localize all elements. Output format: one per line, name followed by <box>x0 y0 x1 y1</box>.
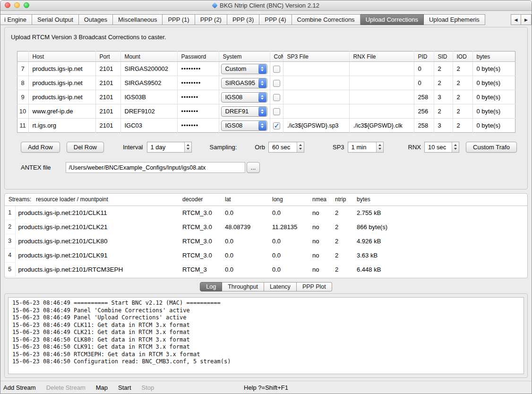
tab-log[interactable]: Log <box>200 282 222 291</box>
system-select[interactable]: IGS08 <box>221 92 267 103</box>
sid-cell[interactable]: 3 <box>434 90 453 104</box>
tab-outages[interactable]: Outages <box>79 14 113 25</box>
sp3-file-cell[interactable] <box>283 76 349 90</box>
tab-scroll-left-icon[interactable]: ◀ <box>511 14 521 25</box>
sp3-file-cell[interactable] <box>283 104 349 119</box>
tab-ppp-2[interactable]: PPP (2) <box>195 14 227 25</box>
tab-ppp-1[interactable]: PPP (1) <box>163 14 195 25</box>
sid-cell[interactable]: 2 <box>434 104 453 119</box>
add-row-button[interactable]: Add Row <box>21 142 60 153</box>
tab-latency[interactable]: Latency <box>264 282 297 291</box>
stream-row[interactable]: 5 products.igs-ip.net:2101/RTCM3EPH RTCM… <box>5 262 527 276</box>
custom-trafo-button[interactable]: Custom Trafo <box>466 142 517 153</box>
system-select[interactable]: DREF91 <box>221 106 267 117</box>
mount-cell[interactable]: IGS03B <box>120 90 177 104</box>
sp3-file-cell[interactable]: ./ic3${GPSWD}.sp3 <box>283 119 349 133</box>
tab-ppp-3[interactable]: PPP (3) <box>227 14 259 25</box>
password-cell[interactable]: ••••••• <box>177 104 219 119</box>
close-window-button[interactable] <box>5 2 10 8</box>
row-header[interactable]: 11 <box>17 119 28 133</box>
tab-serial-output[interactable]: Serial Output <box>32 14 79 25</box>
rnx-sampling-spinner[interactable]: 10 sec <box>424 142 459 153</box>
row-header[interactable]: 7 <box>17 62 28 76</box>
port-cell[interactable]: 2101 <box>95 104 120 119</box>
host-cell[interactable]: products.igs-ip.net <box>28 76 95 90</box>
antex-browse-button[interactable]: ... <box>247 162 260 173</box>
port-cell[interactable]: 2101 <box>95 90 120 104</box>
interval-select[interactable]: 1 day <box>147 142 192 153</box>
stop-button[interactable]: Stop <box>142 384 154 391</box>
iod-cell[interactable]: 2 <box>453 62 472 76</box>
system-select[interactable]: Custom <box>221 64 267 74</box>
sid-cell[interactable]: 2 <box>434 76 453 90</box>
com-checkbox[interactable] <box>273 94 280 101</box>
iod-cell[interactable]: 2 <box>453 119 472 133</box>
port-cell[interactable]: 2101 <box>95 62 120 76</box>
tab-upload-corrections[interactable]: Upload Corrections <box>360 14 424 25</box>
row-header[interactable]: 10 <box>17 104 28 119</box>
tab-combine-corrections[interactable]: Combine Corrections <box>292 14 360 25</box>
antex-file-input[interactable] <box>66 162 245 173</box>
iod-cell[interactable]: 2 <box>453 90 472 104</box>
add-stream-button[interactable]: Add Stream <box>3 384 36 391</box>
com-checkbox[interactable] <box>273 80 280 87</box>
delete-stream-button[interactable]: Delete Stream <box>46 384 86 391</box>
pid-cell[interactable]: 0 <box>414 76 434 90</box>
tab-ppp-4[interactable]: PPP (4) <box>259 14 292 25</box>
password-cell[interactable]: •••••••• <box>177 62 219 76</box>
password-cell[interactable]: •••••••• <box>177 76 219 90</box>
tab-miscellaneous[interactable]: Miscellaneous <box>113 14 163 25</box>
stream-row[interactable]: 2 products.igs-ip.net:2101/CLK21 RTCM_3.… <box>5 220 527 234</box>
pid-cell[interactable]: 256 <box>414 104 434 119</box>
tab-upload-ephemeris[interactable]: Upload Ephemeris <box>424 14 485 25</box>
log-output[interactable]: 15-06-23 08:46:49 ========== Start BNC v… <box>8 297 524 374</box>
orb-sampling-spinner[interactable]: 60 sec <box>268 142 304 153</box>
iod-cell[interactable]: 2 <box>453 76 472 90</box>
sp3-sampling-spinner[interactable]: 1 min <box>348 142 384 153</box>
pid-cell[interactable]: 258 <box>414 119 434 133</box>
iod-cell[interactable]: 2 <box>453 104 472 119</box>
rnx-file-cell[interactable] <box>349 104 414 119</box>
titlebar[interactable]: BKG Ntrip Client (BNC) Version 2.12 <box>0 0 532 11</box>
tab-scroll-right-icon[interactable]: ▶ <box>521 14 532 25</box>
mount-cell[interactable]: SIRGAS9502 <box>120 76 177 90</box>
tab-i-engine[interactable]: i Engine <box>0 14 32 25</box>
stream-row[interactable]: 3 products.igs-ip.net:2101/CLK80 RTCM_3.… <box>5 234 527 248</box>
rnx-file-cell[interactable] <box>349 76 414 90</box>
zoom-window-button[interactable] <box>24 2 29 8</box>
sp3-file-cell[interactable] <box>283 62 349 76</box>
start-button[interactable]: Start <box>118 384 131 391</box>
row-header[interactable]: 9 <box>17 90 28 104</box>
host-cell[interactable]: products.igs-ip.net <box>28 90 95 104</box>
com-checkbox[interactable] <box>273 108 280 115</box>
host-cell[interactable]: rt.igs.org <box>28 119 95 133</box>
com-checkbox[interactable] <box>273 66 280 73</box>
rnx-file-cell[interactable] <box>349 62 414 76</box>
com-checkbox[interactable] <box>273 122 280 129</box>
row-header[interactable]: 8 <box>17 76 28 90</box>
port-cell[interactable]: 2101 <box>95 76 120 90</box>
minimize-window-button[interactable] <box>14 2 20 8</box>
host-cell[interactable]: products.igs-ip.net <box>28 62 95 76</box>
rnx-file-cell[interactable] <box>349 90 414 104</box>
system-select[interactable]: SIRGAS95 <box>221 78 267 88</box>
mount-cell[interactable]: IGC03 <box>120 119 177 133</box>
sid-cell[interactable]: 3 <box>434 119 453 133</box>
sid-cell[interactable]: 2 <box>434 62 453 76</box>
tab-ppp-plot[interactable]: PPP Plot <box>297 282 332 291</box>
mount-cell[interactable]: SIRGAS200002 <box>120 62 177 76</box>
port-cell[interactable]: 2101 <box>95 119 120 133</box>
stream-row[interactable]: 4 products.igs-ip.net:2101/CLK91 RTCM_3.… <box>5 248 527 262</box>
sp3-file-cell[interactable] <box>283 90 349 104</box>
host-cell[interactable]: www.gref-ip.de <box>28 104 95 119</box>
stream-row[interactable]: 1 products.igs-ip.net:2101/CLK11 RTCM_3.… <box>5 206 527 220</box>
system-select[interactable]: IGS08 <box>221 120 267 131</box>
pid-cell[interactable]: 258 <box>414 90 434 104</box>
password-cell[interactable]: ••••••• <box>177 119 219 133</box>
password-cell[interactable]: ••••••• <box>177 90 219 104</box>
map-button[interactable]: Map <box>96 384 108 391</box>
mount-cell[interactable]: DREF9102 <box>120 104 177 119</box>
pid-cell[interactable]: 0 <box>414 62 434 76</box>
tab-throughput[interactable]: Throughput <box>222 282 264 291</box>
rnx-file-cell[interactable]: ./ic3${GPSWD}.clk <box>349 119 414 133</box>
